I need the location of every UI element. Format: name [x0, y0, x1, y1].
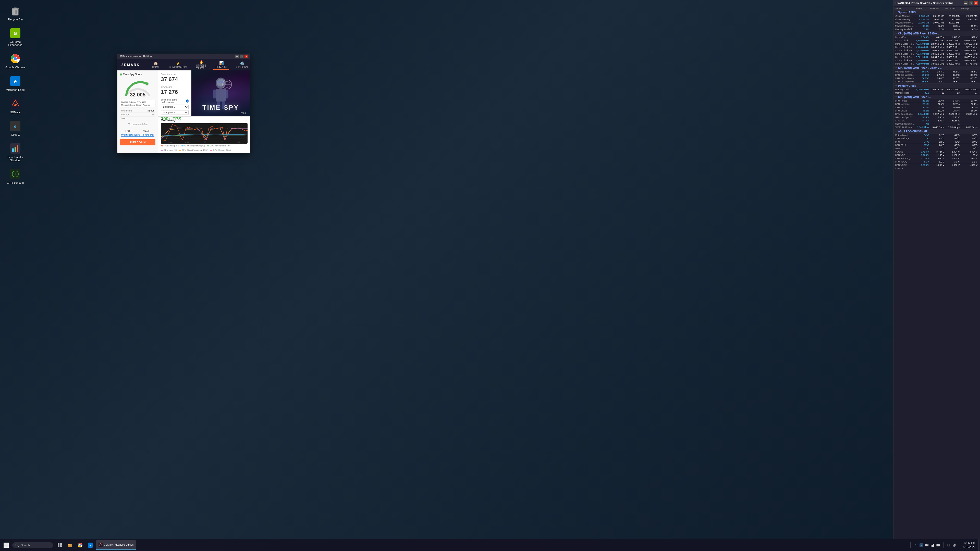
load-button[interactable]: LOAD [125, 130, 132, 133]
hwinfo-tray-icon[interactable]: H [919, 543, 923, 547]
gpu-name: NVIDIA GeForce RTX 4090 [121, 101, 154, 103]
hwinfo-row: Package (Die) Temps 30.0°C 28.4°C 86.1°C… [894, 70, 980, 73]
gtrsense-label: GTR Sense II [7, 181, 24, 184]
legend-framerate-label: Frame rate (FPS) [164, 144, 180, 147]
chart-svg [161, 123, 248, 144]
monitoring-expand-icon[interactable]: ⋯ [245, 119, 248, 122]
desktop-icon-chrome[interactable]: Google Chrome [1, 51, 29, 71]
minimize-button[interactable]: — [235, 55, 239, 58]
desktop-icon-benchmarks[interactable]: Benchmarks Shortcut [1, 140, 29, 164]
legend-gpu-temp2-dot [207, 145, 209, 146]
legend-mem-clock-dot [210, 150, 212, 151]
taskbar-clock-area[interactable]: 10:47 PM 11/19/2022 [958, 541, 978, 549]
hwinfo-row: 3DJM FAST Lane Bandwidth 3,040 Gbps 3,04… [894, 126, 980, 129]
hwinfo-row: Thermal Throttling [#0] No No [894, 122, 980, 126]
score-comparison: Your score 32 005 Average — Best [120, 109, 156, 121]
hwinfo-row: none 31°C 31°C 43°C 36°C [894, 147, 980, 150]
desktop-icon-edge[interactable]: e Microsoft Edge [1, 73, 29, 94]
hwinfo-row: Virtual Memory Used 8,138 MB 6,580 MB 8,… [894, 18, 980, 21]
3dmark-label: 3DMark [11, 111, 21, 114]
hwinfo-gpu-header[interactable]: ▼ CPU [AMD]: AMD Ryzen 9... [894, 95, 980, 99]
collapse-memory-arrow[interactable]: ▼ [895, 85, 897, 87]
collapse-cpu-temps-arrow[interactable]: ▼ [895, 67, 897, 69]
score-row-average: Average — [120, 113, 156, 117]
maximize-button[interactable]: □ [240, 55, 243, 58]
hwinfo-memory-header[interactable]: ▼ Memory Group [894, 84, 980, 88]
svg-rect-54 [60, 545, 62, 547]
action-center-icon[interactable]: □ [947, 543, 951, 547]
settings-icon[interactable] [952, 543, 956, 547]
svg-rect-67 [932, 545, 933, 547]
gauge-score-value: 32 005 [123, 92, 153, 98]
nav-home-label: HOME [152, 66, 160, 68]
taskbar-3dmark-active[interactable]: 3DMark Advanced Edition [96, 540, 136, 550]
collapse-asus-arrow[interactable]: ▼ [895, 130, 897, 133]
hwinfo-panel: HWiNFO64 Pro v7.33-4910 - Sensors Status… [893, 0, 980, 539]
file-explorer-button[interactable] [65, 540, 75, 550]
desktop-icon-recycle-bin[interactable]: Recycle Bin [1, 3, 29, 23]
info-icon[interactable]: i [186, 100, 189, 103]
results-top-area: Graphics score 37 674 CPU score 17 276 E… [158, 70, 250, 116]
hwinfo-minimize-btn[interactable]: — [964, 1, 968, 5]
nav-stress-tests[interactable]: 🔥 STRESS TESTS [194, 59, 208, 71]
task-view-icon [57, 543, 62, 548]
axis-label-2: 1:00 [202, 141, 206, 143]
col-minimum: Minimum [930, 7, 945, 10]
save-button[interactable]: SAVE [143, 130, 150, 133]
hwinfo-close-btn[interactable]: ✕ [974, 1, 978, 5]
taskbar-chrome-icon [78, 543, 83, 548]
task-view-button[interactable] [55, 540, 64, 550]
collapse-gpu-arrow[interactable]: ▼ [895, 96, 897, 98]
hwinfo-cpu-temps-header[interactable]: ▼ CPU [AMD]: AMD Ryzen 9 7950X 2... [894, 66, 980, 70]
hwinfo-row: CPU CCD1 (Die1) 36.0°C 35.4°C 84.0°C 46.… [894, 77, 980, 80]
desktop-icon-gpuz[interactable]: G GPU-Z [1, 118, 29, 138]
hwinfo-column-headers: Sensor Current Minimum Maximum Average [894, 6, 980, 11]
taskbar-edge[interactable]: e [86, 540, 95, 550]
nav-options[interactable]: ⚙️ OPTIONS [234, 60, 250, 70]
desktop-icon-geforce[interactable]: G GeForce Experience [1, 25, 29, 48]
svg-text:e: e [14, 79, 17, 84]
nav-stress-label: STRESS TESTS [196, 64, 206, 70]
taskbar-chrome[interactable] [76, 540, 85, 550]
hwinfo-row: CPU VDD2 1.096 V 1.095 V 1.096 V 1.096 V [894, 164, 980, 167]
hwinfo-asus-section: ▼ ASUS ROG CROSSHAIR... Motherboard 34°C… [894, 129, 980, 170]
3dmark-left-panel: Time Spy Score 32 005 [118, 70, 158, 153]
svg-point-28 [218, 81, 221, 83]
hwinfo-asus-header[interactable]: ▼ ASUS ROG CROSSHAIR... [894, 129, 980, 134]
hwinfo-cpu-header[interactable]: ▼ CPU [AMD]: AMD Ryzen 9 7950X... [894, 32, 980, 36]
compare-result-button[interactable]: COMPARE RESULT ONLINE [120, 134, 156, 137]
test-name: Time Spy Score [123, 73, 142, 76]
legend-framerate-dot [161, 145, 163, 146]
collapse-system-arrow[interactable]: ▼ [895, 11, 897, 14]
legend-clock-freq: GPU Clock Frequency (MHz) [179, 149, 208, 151]
resolution-dropdown[interactable]: 1440p Ultra 1080p High [161, 110, 189, 115]
nav-results[interactable]: 📊 RESULTS [213, 60, 229, 70]
test-name-label: Time Spy Score [120, 73, 156, 76]
svg-rect-66 [931, 545, 932, 547]
tray-expand-button[interactable]: ^ [914, 543, 918, 547]
home-icon: 🏠 [154, 61, 158, 65]
network-tray-icon[interactable] [931, 543, 935, 547]
start-button[interactable] [0, 539, 12, 551]
run-again-button[interactable]: RUN AGAIN [120, 139, 156, 145]
battery-tray-icon[interactable] [936, 543, 940, 547]
hwinfo-system-header[interactable]: ▼ System: ASUS [894, 10, 980, 14]
speaker-tray-icon[interactable] [925, 543, 929, 547]
score-gauge: 32 005 [123, 77, 153, 98]
show-desktop-button[interactable] [978, 539, 980, 551]
hwinfo-row: VCORE 3.424 V 3.424 V 3.424 V 3.424 V [894, 150, 980, 154]
svg-rect-46 [6, 543, 9, 545]
desktop-icon-3dmark[interactable]: 3D 3DMark [1, 95, 29, 116]
game-dropdown[interactable]: Battlefield V Cyberpunk 2077 [161, 105, 189, 109]
taskbar-search[interactable]: Search [12, 542, 53, 548]
legend-gpu-temp2-label: GPU Temperature (°C) [210, 144, 231, 147]
close-button[interactable]: ✕ [245, 55, 248, 58]
collapse-cpu-arrow[interactable]: ▼ [895, 32, 897, 35]
desktop-icon-gtrsense[interactable]: II GTR Sense II [1, 166, 29, 186]
legend-gpu-load-dot [161, 150, 163, 151]
average-label: Average [121, 113, 129, 116]
nav-benchmarks[interactable]: ⚡ BENCHMARKS [167, 60, 189, 70]
hwinfo-maximize-btn[interactable]: □ [969, 1, 973, 5]
nav-home[interactable]: 🏠 HOME [150, 60, 162, 70]
display-adapter: Microsoft Basic Display Adapter [121, 104, 154, 106]
